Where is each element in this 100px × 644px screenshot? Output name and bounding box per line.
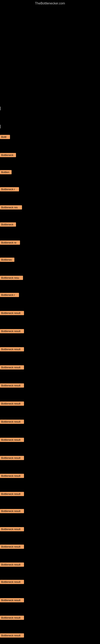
bottleneck-item-5[interactable]: Bottleneck (0, 222, 16, 226)
bottleneck-item-7[interactable]: Bottlenec (0, 258, 14, 262)
bottleneck-item-17[interactable]: Bottleneck result (0, 438, 24, 442)
bottleneck-item-21[interactable]: Bottleneck result (0, 509, 24, 513)
bottleneck-item-13[interactable]: Bottleneck result (0, 365, 24, 370)
bottleneck-item-3[interactable]: Bottleneck r (0, 187, 19, 192)
cursor-line-0 (0, 107, 0, 110)
bottleneck-item-12[interactable]: Bottleneck result (0, 347, 24, 352)
bottleneck-item-20[interactable]: Bottleneck result (0, 492, 24, 496)
bottleneck-item-14[interactable]: Bottleneck result (0, 384, 24, 388)
bottleneck-item-10[interactable]: Bottleneck result (0, 311, 24, 315)
bottleneck-item-16[interactable]: Bottleneck result (0, 420, 24, 424)
bottleneck-item-24[interactable]: Bottleneck result (0, 562, 24, 567)
site-title: TheBottlenecker.com (0, 0, 100, 5)
bottleneck-item-26[interactable]: Bottleneck result (0, 598, 24, 602)
bottleneck-item-9[interactable]: Bottleneck r (0, 293, 19, 297)
bottleneck-item-28[interactable]: Bottleneck result (0, 633, 24, 638)
bottleneck-item-2[interactable]: Bottlen (0, 170, 12, 174)
bottleneck-item-0[interactable]: Bottl (0, 135, 10, 139)
cursor-line-1 (0, 125, 0, 128)
bottleneck-item-27[interactable]: Bottleneck result (0, 616, 24, 620)
bottleneck-item-4[interactable]: Bottleneck res (0, 205, 22, 210)
bottleneck-item-15[interactable]: Bottleneck result (0, 402, 24, 406)
bottleneck-item-19[interactable]: Bottleneck result (0, 474, 24, 478)
bottleneck-item-11[interactable]: Bottleneck result (0, 329, 24, 333)
bottleneck-item-25[interactable]: Bottleneck result (0, 580, 24, 584)
bottleneck-item-1[interactable]: Bottleneck (0, 153, 16, 157)
bottleneck-item-6[interactable]: Bottleneck re (0, 240, 20, 245)
bottleneck-item-23[interactable]: Bottleneck result (0, 544, 24, 549)
bottleneck-item-18[interactable]: Bottleneck result (0, 456, 24, 460)
bottleneck-item-22[interactable]: Bottleneck result (0, 527, 24, 531)
bottleneck-item-8[interactable]: Bottleneck resu (0, 276, 23, 280)
